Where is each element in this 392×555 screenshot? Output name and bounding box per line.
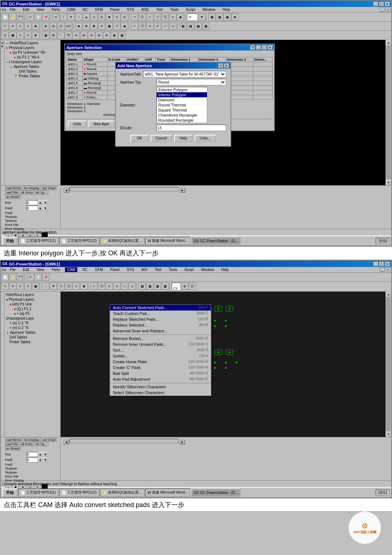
tb2-btn12[interactable]: ✹ bbox=[90, 23, 98, 30]
tb2-btn13[interactable]: ✦ bbox=[98, 23, 105, 30]
input2-fault[interactable] bbox=[27, 457, 38, 462]
tree2-u1[interactable]: + (e) U.1 "R bbox=[5, 321, 60, 325]
menu2-help[interactable]: Help bbox=[219, 267, 231, 272]
taskbar2-item-pd2[interactable]: 📄 工艺指导书PD1(2) bbox=[59, 489, 99, 497]
cam-menu-replace-selected[interactable]: Replace Selected... Alt+R bbox=[110, 322, 211, 328]
aperture-close-btn[interactable]: × bbox=[268, 45, 273, 50]
tb2b-btn12[interactable]: ≡ bbox=[106, 283, 113, 290]
menu-aoe[interactable]: AOE bbox=[139, 7, 151, 12]
sidebar-splitter[interactable]: ◄► bbox=[1, 40, 4, 185]
tb2-btn6[interactable]: ⊞ bbox=[42, 23, 49, 30]
btn-cancel-add[interactable]: Cancel bbox=[151, 135, 172, 142]
tb-btn19[interactable]: ◆ bbox=[177, 13, 184, 21]
dropdown-item-chamfered[interactable]: Chamfered Rectangle bbox=[157, 113, 207, 118]
menu-test[interactable]: Test bbox=[154, 7, 165, 12]
menu2-parts[interactable]: Parts bbox=[49, 267, 62, 272]
tb2b-btn5[interactable]: ▣ bbox=[32, 283, 39, 290]
tb2-btn11[interactable]: ✻ bbox=[83, 23, 90, 30]
cam-menu-home-plate[interactable]: Create Home Plate Ctrl+Shift+H bbox=[110, 359, 211, 365]
taskbar-2[interactable]: 开始 📄 工艺指导书PD1(1) 📄 工艺指导书PD1(2) 📁 亲用码QC贴纸… bbox=[1, 487, 391, 497]
tb2-btn18[interactable]: ≡ bbox=[146, 23, 154, 30]
menu2-dfm[interactable]: DFM bbox=[93, 267, 105, 272]
cam-menu-isolate[interactable]: Isolate... Ctrl+I bbox=[110, 353, 211, 359]
scroll-right-btn[interactable]: ► bbox=[180, 188, 185, 193]
tb2a-cut[interactable]: ✂ bbox=[27, 274, 34, 281]
cam-menu-bad-split[interactable]: Bad Split Alt+Shift+S bbox=[110, 370, 211, 376]
cam-menu-remove-inner[interactable]: Remove Inner Unused Pads... Ctrl+Shift+1 bbox=[110, 341, 211, 347]
tb2-btn16[interactable]: ◆ bbox=[121, 23, 128, 30]
cam-menu-identify-silk[interactable]: Identify Silkscreen Characters bbox=[110, 384, 211, 390]
scroll-right-btn-2[interactable]: ► bbox=[180, 440, 185, 444]
menu-script[interactable]: Script bbox=[184, 7, 197, 12]
btn2-load-binse[interactable]: oad BinSe bbox=[5, 438, 23, 442]
tb2-btn1[interactable]: ↖ bbox=[1, 23, 9, 30]
btn-an-board[interactable]: an Board bbox=[5, 195, 21, 199]
tb-zoom-in[interactable]: ▦ bbox=[208, 13, 216, 21]
aperture-maximize-btn[interactable]: □ bbox=[262, 45, 267, 50]
tb2b-btn2[interactable]: ✦ bbox=[9, 283, 16, 290]
taskbar-1[interactable]: 开始 📄 工艺指导书PD1(1) 📄 工艺指导书PD1(2) 📁 亲用码QC贴纸… bbox=[1, 235, 391, 246]
menu-file[interactable]: File bbox=[8, 7, 18, 12]
tb3-btn3[interactable]: ≡ bbox=[17, 32, 24, 39]
btn-fault-down[interactable]: ▼ bbox=[43, 206, 48, 211]
tb-btn15[interactable]: ✓ bbox=[146, 13, 154, 21]
tb3-bird[interactable]: 🦅 bbox=[65, 32, 72, 39]
taskbar-item-word[interactable]: W 新建 Microsoft Word... bbox=[145, 237, 191, 245]
tb2-grid4[interactable]: ▩ bbox=[202, 23, 209, 30]
tree-physical[interactable]: ● Physical Layers bbox=[5, 45, 60, 50]
aperture-help-btn[interactable]: ? bbox=[250, 45, 255, 50]
tree-unassigned[interactable]: —| Unassigned Layers bbox=[5, 60, 60, 64]
tb-btn5[interactable]: ✦ bbox=[68, 13, 75, 21]
tb2a-open[interactable]: 📂 bbox=[9, 274, 16, 281]
tb-btn7[interactable]: ▲ bbox=[83, 13, 90, 21]
tb2-btn7[interactable]: ⊟ bbox=[50, 23, 57, 30]
taskbar-item-gc[interactable]: GS GC-PowerStation - [G... bbox=[191, 237, 241, 245]
menu-cam[interactable]: CAM bbox=[65, 7, 77, 12]
mdi2-close[interactable]: × bbox=[385, 267, 391, 272]
tb-btn9[interactable]: D bbox=[98, 13, 105, 21]
tb2b-btn1[interactable]: ↖ bbox=[1, 283, 9, 290]
tb2a-paste[interactable]: 📌 bbox=[42, 274, 49, 281]
btn2-an-board[interactable]: an Board bbox=[5, 446, 21, 451]
menu-window[interactable]: Window bbox=[200, 7, 218, 12]
maximize-btn-2[interactable]: □ bbox=[379, 262, 384, 266]
menu-nc[interactable]: NC bbox=[80, 7, 90, 12]
taskbar2-item-gc[interactable]: GS GC-PowerStation - [G... bbox=[191, 489, 241, 497]
tb-save[interactable]: 💾 bbox=[17, 13, 24, 21]
tb-btn20[interactable]: ▼ bbox=[198, 13, 205, 21]
input-dcode[interactable] bbox=[156, 125, 226, 131]
tb2b-btn8[interactable]: Ⓣ bbox=[65, 283, 72, 290]
btn-run-down[interactable]: ▼ bbox=[43, 200, 48, 205]
btn2-display[interactable]: le=Display bbox=[23, 438, 41, 442]
tb2b-btn4[interactable]: ≡ bbox=[24, 283, 32, 290]
scrollbar-v-2[interactable]: ▲ ▼ bbox=[385, 292, 391, 437]
tb2b-btn16[interactable]: ⊕ bbox=[181, 283, 188, 290]
select-aperture-table[interactable]: a001, "New Aperture Table for 40-4ETTAF-… bbox=[143, 71, 226, 77]
btn2-fault-down[interactable]: ▼ bbox=[43, 457, 48, 462]
cam-menu-select-silk[interactable]: Select Silkscreen Characters bbox=[110, 390, 211, 396]
tb2b-btn11[interactable]: Ⓣ bbox=[98, 283, 105, 290]
btn-load-binse[interactable]: oad BinSe bbox=[5, 186, 23, 190]
btn-display[interactable]: le=Display bbox=[23, 186, 41, 190]
menu2-tools[interactable]: Tools bbox=[167, 267, 179, 272]
mdi2-minimize[interactable]: _ bbox=[380, 267, 385, 272]
tb-btn11[interactable]: S bbox=[113, 13, 121, 21]
tree-hole-rout[interactable]: — Hole/Rout Layers bbox=[5, 41, 60, 45]
scroll-down[interactable]: ▼ bbox=[386, 180, 391, 185]
tb-copy[interactable]: 📋 bbox=[34, 13, 42, 21]
menu2-view[interactable]: View bbox=[34, 267, 46, 272]
tb2b-btn14[interactable]: □ bbox=[121, 283, 128, 290]
cam-menu-remove-buried[interactable]: Remove Buried... Shift+O bbox=[110, 336, 211, 341]
tb2-btn15[interactable]: ▽ bbox=[113, 23, 121, 30]
tb-btn4[interactable]: / bbox=[60, 13, 67, 21]
tree2-probe[interactable]: Probe Tables bbox=[5, 340, 60, 344]
btn2-let-up[interactable]: let Up... bbox=[35, 442, 48, 446]
add-aperture-close[interactable]: × bbox=[224, 63, 229, 68]
btn2-fault-up[interactable]: ▲ bbox=[38, 457, 43, 462]
tb2-verify[interactable]: ✓ bbox=[131, 23, 138, 30]
tb3-circle2[interactable]: ⊖ bbox=[88, 32, 95, 39]
menu-tools[interactable]: Tools bbox=[168, 7, 181, 12]
tb2b-btn7[interactable]: ▽ bbox=[57, 283, 65, 290]
tb3-circle1[interactable]: ⊕ bbox=[80, 32, 87, 39]
tree2-unassigned[interactable]: Unassigned Laye bbox=[5, 316, 60, 321]
